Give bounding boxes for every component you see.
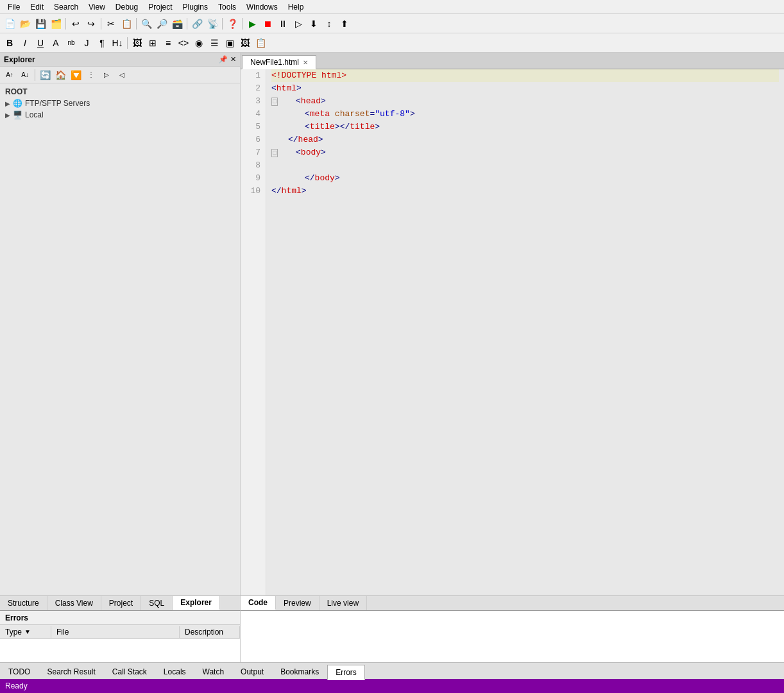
code-line-8	[271, 159, 779, 172]
stop-btn[interactable]: ⏹	[260, 17, 275, 31]
panel-tab-call-stack[interactable]: Call Stack	[104, 664, 155, 679]
panel-tab-bookmarks[interactable]: Bookmarks	[272, 664, 327, 679]
align-btn[interactable]: ☰	[207, 36, 221, 50]
copy-btn[interactable]: 📋	[119, 17, 133, 31]
ftp-btn[interactable]: 📡	[205, 17, 219, 31]
sort-desc-btn[interactable]: A↓	[18, 68, 32, 82]
h-btn[interactable]: H↓	[110, 36, 124, 50]
tree-item-ftp[interactable]: ▶ 🌐 FTP/SFTP Servers	[0, 98, 240, 109]
panel-tab-todo[interactable]: TODO	[0, 664, 38, 679]
list-btn[interactable]: ≡	[161, 36, 175, 50]
panel-tab-watch[interactable]: Watch	[194, 664, 233, 679]
editor-tab-newfile[interactable]: NewFile1.html ✕	[242, 55, 316, 69]
editor-tab-close[interactable]: ✕	[303, 59, 308, 66]
panel-tab-search-result[interactable]: Search Result	[38, 664, 103, 679]
preview-image-btn[interactable]: 🖼	[238, 36, 252, 50]
bottom-tabs-row: Structure Class View Project SQL Explore…	[0, 595, 784, 611]
menu-tools[interactable]: Tools	[213, 1, 241, 13]
menu-search[interactable]: Search	[49, 1, 83, 13]
panel-tab-output[interactable]: Output	[232, 664, 272, 679]
panel-tab-locals[interactable]: Locals	[155, 664, 194, 679]
line-num-3: 3	[246, 95, 260, 108]
explorer-tree: ROOT ▶ 🌐 FTP/SFTP Servers ▶ 🖥️ Local	[0, 83, 240, 595]
sort-icon[interactable]: ▼	[24, 628, 31, 635]
open-btn[interactable]: 📂	[18, 17, 32, 31]
sort-asc-btn[interactable]: A↑	[3, 68, 17, 82]
sep-6	[242, 18, 243, 30]
editor-content[interactable]: 1 2 3 4 5 6 7 8 9 10 <!DOCTYPE html> <ht…	[241, 69, 784, 595]
save-all-btn[interactable]: 🗂️	[49, 17, 63, 31]
tab-structure[interactable]: Structure	[0, 596, 47, 610]
step-out-btn[interactable]: ⬆	[337, 17, 352, 31]
menu-debug[interactable]: Debug	[110, 1, 143, 13]
menu-windows[interactable]: Windows	[241, 1, 283, 13]
italic-btn[interactable]: I	[18, 36, 32, 50]
status-text: Ready	[5, 681, 28, 690]
menu-help[interactable]: Help	[283, 1, 309, 13]
code-area[interactable]: <!DOCTYPE html> <html> □<head> <meta cha…	[266, 69, 784, 595]
collapse-btn[interactable]: ◁	[115, 68, 129, 82]
bottom-right-tab-bar: Code Preview Live view	[241, 596, 784, 611]
tab-preview[interactable]: Preview	[276, 596, 320, 610]
new-file-btn[interactable]: 📄	[3, 17, 17, 31]
home-btn[interactable]: 🏠	[53, 68, 67, 82]
run-btn[interactable]: ▶	[245, 17, 259, 31]
undo-btn[interactable]: ↩	[69, 17, 83, 31]
replace-btn[interactable]: 🔎	[155, 17, 169, 31]
ftp-icon: 🌐	[13, 99, 22, 108]
settings-btn[interactable]: ⋮	[84, 68, 98, 82]
line-num-9: 9	[246, 172, 260, 185]
tab-sql[interactable]: SQL	[141, 596, 173, 610]
clipboard-btn[interactable]: 📋	[253, 36, 268, 50]
save-btn[interactable]: 💾	[33, 17, 47, 31]
col-file-header: File	[51, 626, 180, 638]
code-line-7: □<body>	[271, 146, 779, 159]
tab-code[interactable]: Code	[241, 596, 276, 610]
font-color-btn[interactable]: A	[49, 36, 63, 50]
errors-table-header: Type ▼ File Description	[0, 625, 240, 639]
sep-5	[222, 18, 223, 30]
bold-btn[interactable]: B	[3, 36, 17, 50]
paragraph-btn[interactable]: J	[80, 36, 94, 50]
image-btn[interactable]: 🖼	[130, 36, 144, 50]
menu-plugins[interactable]: Plugins	[178, 1, 213, 13]
pause-btn[interactable]: ⏸	[276, 17, 290, 31]
close-icon[interactable]: ✕	[230, 55, 236, 64]
step-over-btn[interactable]: ↕	[322, 17, 336, 31]
local-label: Local	[25, 110, 44, 119]
link-btn[interactable]: 🔗	[190, 17, 204, 31]
code-line-9: </body>	[271, 172, 779, 185]
find-in-files-btn[interactable]: 🗃️	[170, 17, 184, 31]
cut-btn[interactable]: ✂	[104, 17, 118, 31]
refresh-btn[interactable]: 🔄	[38, 68, 52, 82]
tab-class-view[interactable]: Class View	[47, 596, 101, 610]
explorer-toolbar: A↑ A↓ 🔄 🏠 🔽 ⋮ ▷ ◁	[0, 67, 240, 83]
tab-explorer[interactable]: Explorer	[173, 596, 220, 610]
tree-item-local[interactable]: ▶ 🖥️ Local	[0, 109, 240, 121]
redo-btn[interactable]: ↪	[84, 17, 98, 31]
heading-btn[interactable]: ¶	[95, 36, 109, 50]
tab-project[interactable]: Project	[101, 596, 141, 610]
line-num-8: 8	[246, 159, 260, 172]
code-btn[interactable]: <>	[176, 36, 191, 50]
table-btn[interactable]: ⊞	[146, 36, 160, 50]
circle-btn[interactable]: ◉	[192, 36, 206, 50]
expand-btn[interactable]: ▷	[99, 68, 114, 82]
filter-btn[interactable]: 🔽	[69, 68, 83, 82]
search-btn[interactable]: 🔍	[139, 17, 153, 31]
step-btn[interactable]: ▷	[291, 17, 305, 31]
menu-file[interactable]: File	[3, 1, 25, 13]
help-btn[interactable]: ❓	[225, 17, 239, 31]
underline-btn[interactable]: U	[33, 36, 47, 50]
nb-btn[interactable]: nb	[64, 36, 78, 50]
pin-icon[interactable]: 📌	[219, 55, 228, 64]
box-btn[interactable]: ▣	[223, 36, 237, 50]
menu-view[interactable]: View	[83, 1, 110, 13]
menu-project[interactable]: Project	[143, 1, 177, 13]
menu-edit[interactable]: Edit	[25, 1, 49, 13]
errors-panel-body	[0, 639, 240, 662]
tab-live-view[interactable]: Live view	[320, 596, 367, 610]
panel-tab-errors[interactable]: Errors	[327, 665, 365, 680]
ftp-label: FTP/SFTP Servers	[25, 99, 90, 108]
step-into-btn[interactable]: ⬇	[307, 17, 321, 31]
